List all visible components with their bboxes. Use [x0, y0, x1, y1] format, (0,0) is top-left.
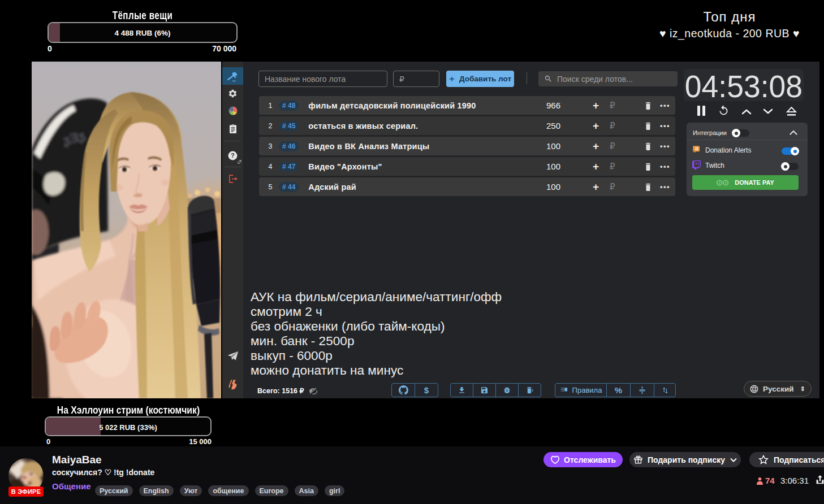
svg-text:?: ?: [231, 152, 235, 159]
